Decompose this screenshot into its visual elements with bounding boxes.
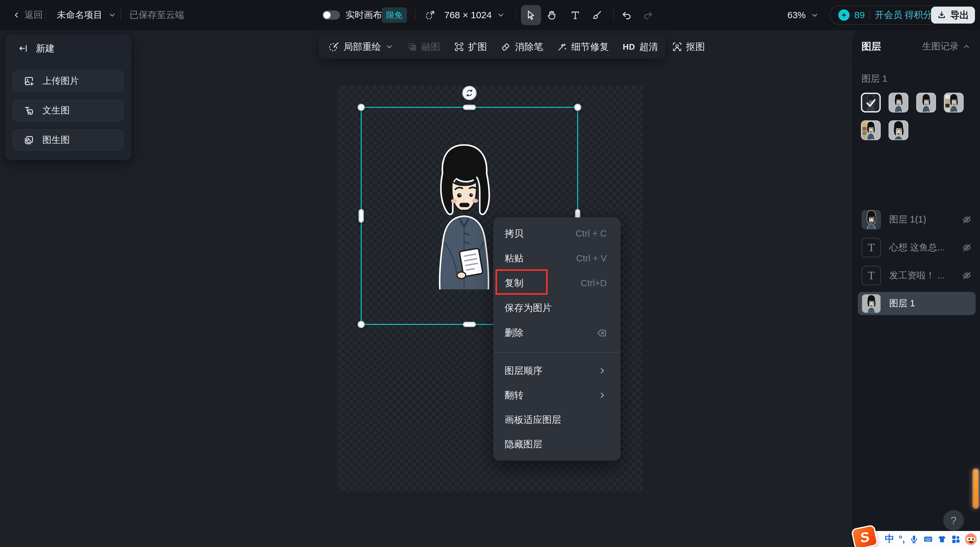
layer-row-text-hidden[interactable]: T 心想 这鱼总... — [858, 236, 975, 259]
menu-item-save-as-image[interactable]: 保存为图片 — [493, 296, 620, 320]
credit-star-icon — [838, 10, 850, 21]
layers-panel: 图层 生图记录 图层 1 — [852, 30, 980, 547]
text-to-image-button[interactable]: 文生图 — [13, 100, 124, 121]
live-canvas-toggle[interactable] — [322, 11, 340, 20]
outpaint-button[interactable]: 扩图 — [454, 41, 487, 53]
image-to-image-button[interactable]: 图生图 — [13, 129, 124, 151]
canvas-size-select[interactable]: 768 × 1024 — [444, 10, 505, 21]
layer-name: 图层 1 — [889, 297, 972, 310]
top-bar: 返回 未命名项目 已保存至云端 实时画布 限免 768 × 1024 — [0, 0, 980, 30]
emoji-helper-icon[interactable] — [965, 533, 977, 545]
generation-group-label: 图层 1 — [862, 73, 970, 85]
menu-item-layer-order[interactable]: 图层顺序 — [493, 358, 620, 383]
keyboard-icon[interactable] — [923, 534, 933, 544]
skin-icon[interactable] — [937, 534, 947, 544]
pan-tool[interactable] — [541, 5, 562, 25]
cutout-label: 抠图 — [686, 41, 705, 53]
select-tool[interactable] — [521, 5, 541, 25]
menu-item-fit-artboard-to-layer[interactable]: 画板适应图层 — [493, 407, 620, 432]
credits-membership-pill[interactable]: 89 开会员 得积分 — [829, 5, 941, 25]
generation-thumb[interactable] — [916, 93, 936, 113]
text-layer-icon: T — [862, 266, 881, 285]
apps-grid-icon[interactable] — [951, 534, 961, 544]
export-button[interactable]: 导出 — [931, 6, 975, 24]
new-collapse-header[interactable]: 新建 — [5, 35, 131, 62]
limited-free-badge: 限免 — [382, 8, 407, 23]
generation-thumb-selected[interactable] — [861, 93, 881, 113]
edit-toolbar: 局部重绘 融图 扩图 消除笔 细节修复 HD 超清 抠图 — [318, 35, 665, 59]
cutout-button[interactable]: 抠图 — [672, 41, 705, 53]
project-name-menu[interactable]: 未命名项目 — [57, 9, 116, 21]
layer-thumbnail — [862, 294, 881, 313]
inpaint-brush-icon — [329, 41, 339, 52]
generation-thumb[interactable] — [889, 120, 908, 140]
ime-punctuation-toggle[interactable]: °, — [899, 534, 905, 544]
help-button[interactable]: ? — [943, 510, 964, 531]
resize-handle-n[interactable] — [463, 105, 476, 110]
menu-item-paste[interactable]: 粘贴 Ctrl + V — [493, 246, 620, 271]
eraser-button[interactable]: 消除笔 — [501, 41, 543, 53]
menu-label: 图层顺序 — [504, 364, 542, 377]
thumb-text-strip — [945, 95, 950, 113]
red-highlight-annotation — [495, 269, 548, 295]
chevron-down-icon — [108, 11, 116, 19]
upload-image-button[interactable]: 上传图片 — [13, 70, 124, 92]
microphone-icon[interactable] — [909, 534, 919, 544]
brush-tool[interactable] — [587, 5, 607, 25]
text-tool[interactable] — [565, 5, 585, 25]
menu-shortcut: Ctrl + C — [576, 228, 607, 239]
outpaint-label: 扩图 — [468, 41, 487, 53]
eye-off-icon[interactable] — [962, 270, 972, 281]
ime-toolbar: 中 °, — [871, 531, 980, 547]
resize-handle-nw[interactable] — [358, 104, 365, 111]
app-window: 返回 未命名项目 已保存至云端 实时画布 限免 768 × 1024 — [0, 0, 980, 547]
backspace-icon — [597, 328, 607, 338]
layer-row-text-hidden[interactable]: T 发工资啦！ ... — [858, 264, 975, 287]
menu-item-hide-layer[interactable]: 隐藏图层 — [493, 432, 620, 456]
detail-fix-icon — [557, 42, 567, 52]
resize-handle-w[interactable] — [358, 209, 364, 223]
redo-button[interactable] — [638, 5, 658, 25]
upload-image-label: 上传图片 — [42, 75, 79, 87]
undo-button[interactable] — [616, 5, 636, 25]
sogou-logo-letter: S — [858, 528, 871, 546]
layer-list: 图层 1(1) T 心想 这鱼总... T 发工资啦！ ... 图层 1 — [858, 208, 975, 320]
menu-label: 拷贝 — [504, 227, 523, 240]
rotate-handle[interactable] — [462, 86, 477, 100]
generation-thumb[interactable] — [944, 93, 964, 113]
help-label: ? — [951, 514, 957, 526]
detail-fix-button[interactable]: 细节修复 — [557, 41, 609, 53]
resize-handle-ne[interactable] — [574, 104, 581, 111]
zoom-select[interactable]: 63% — [788, 10, 819, 21]
layer-row-image-hidden[interactable]: 图层 1(1) — [858, 208, 975, 231]
generation-thumb[interactable] — [889, 93, 908, 113]
layer-row-selected[interactable]: 图层 1 — [858, 292, 975, 315]
image-to-image-icon — [24, 135, 34, 145]
rotate-icon — [465, 89, 474, 97]
menu-item-flip[interactable]: 翻转 — [493, 383, 620, 407]
chevron-right-icon — [598, 391, 607, 400]
thumb-character — [917, 93, 935, 112]
eye-off-icon[interactable] — [962, 215, 972, 225]
resize-handle-sw[interactable] — [358, 321, 365, 328]
menu-item-delete[interactable]: 删除 — [493, 320, 620, 345]
blend-button[interactable]: 融图 — [407, 41, 440, 53]
ime-language-toggle[interactable]: 中 — [885, 533, 894, 545]
live-canvas-label: 实时画布 — [345, 9, 382, 21]
divider — [120, 10, 121, 21]
back-button[interactable]: 返回 — [13, 9, 43, 21]
menu-item-copy-clipboard[interactable]: 拷贝 Ctrl + C — [493, 221, 620, 246]
blend-icon — [407, 42, 417, 52]
eye-off-icon[interactable] — [962, 243, 972, 253]
hd-upscale-button[interactable]: HD 超清 — [623, 41, 658, 53]
generation-history-toggle[interactable]: 生图记录 — [922, 40, 970, 53]
check-icon — [862, 94, 880, 111]
generation-thumb[interactable] — [861, 120, 881, 140]
divider — [515, 10, 516, 21]
membership-label: 开会员 得积分 — [875, 9, 932, 21]
undo-icon — [621, 10, 632, 21]
resize-handle-s[interactable] — [463, 322, 476, 327]
inpaint-button[interactable]: 局部重绘 — [329, 41, 393, 53]
eraser-label: 消除笔 — [515, 41, 543, 53]
canvas-resize-icon[interactable] — [425, 10, 436, 21]
